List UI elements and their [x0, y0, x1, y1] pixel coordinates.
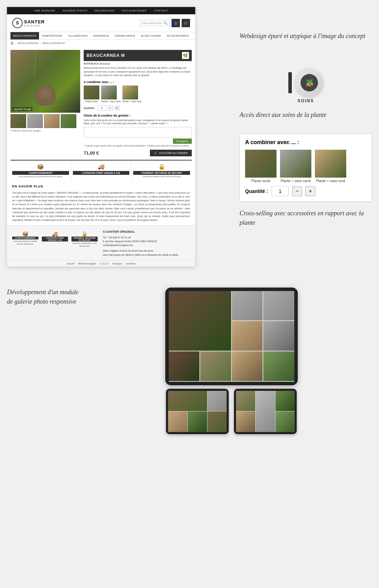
footer-tel: Tel : +33 (0)6 67 05 12 34 [103, 236, 192, 239]
footer-badge-conditionnement: 📦 CONDITIONNEMENT vous garantissons le p… [10, 229, 40, 256]
sc2-5 [275, 411, 295, 432]
footer-livraison-title: LIVRAISON TARIF UNIQUE A 12€ [42, 237, 68, 241]
tablet-small-2 [234, 389, 297, 434]
combine-label-2: Plante + vase carré [101, 100, 121, 103]
gravel-color-input[interactable] [84, 127, 192, 137]
grid-cell-6 [169, 351, 200, 381]
save-gravel-btn[interactable]: Enregistrer [173, 139, 192, 144]
search-bar[interactable]: RECHERCHER 🔍 [140, 20, 170, 26]
tablet-small-screen-1 [168, 391, 227, 432]
nav-decoration[interactable]: DÉCORATION [91, 7, 118, 14]
footer-email: contact@santeroriginal.com [103, 243, 192, 247]
sc-5 [207, 411, 227, 432]
grid-cell-5 [263, 321, 294, 351]
en-savoir-plus-section: EN SAVOIR PLUS Cet arbre est à l'origine… [7, 181, 195, 226]
footer-link-mentions[interactable]: Mentions légales [78, 262, 97, 265]
view-all-images[interactable]: © Afficher toutes les images [10, 129, 80, 132]
thumb-4[interactable] [61, 114, 76, 128]
footer-badge-livraison: 🚚 LIVRAISON TARIF UNIQUE A 12€ [40, 229, 70, 256]
combiner-option-2[interactable]: Plante + vase carré [280, 150, 311, 183]
combine-img-3 [122, 85, 138, 99]
footer-links: Accueil Mentions légales C.G.D.V À propo… [7, 260, 195, 267]
cat-aloe-cosmo[interactable]: ALOE COSMO [138, 32, 164, 39]
combine-img-2 [101, 85, 117, 99]
cart-icon: 🛒 [154, 151, 158, 155]
nav-une-avancee[interactable]: UNE AVANCÉE [31, 7, 59, 14]
grid-cell-2 [232, 291, 263, 321]
logo-name: SANTER [24, 19, 45, 24]
gravel-description: Votre choix s'est porté vers un ensemble… [84, 119, 192, 126]
top-navigation: UNE AVANCÉE GALERIE PHOTO DÉCORATION VOS… [7, 7, 195, 14]
qty-plus-btn[interactable]: + [115, 106, 120, 111]
add-to-cart-btn[interactable]: 🛒 AJOUTER AU PANIER [150, 150, 192, 156]
sc-2 [207, 391, 227, 411]
breadcrumb-beaucarneas[interactable]: BEAUCARNEAS [18, 42, 39, 45]
product-title: BEAUCARNEA M [86, 53, 125, 58]
breadcrumb: 🏠 › BEAUCARNEAS › BEAUCARNEA M [7, 40, 195, 46]
footer-paiement-desc: Verified by MasterCard VISA Securecode [71, 242, 98, 247]
nav-vos-avantages[interactable]: VOS AVANTAGES [118, 7, 150, 14]
soins-annotation-text: Accès direct aux soins de la plante [240, 110, 372, 120]
soins-circle[interactable]: 🪴 [295, 69, 323, 97]
tablet-large-screen [169, 291, 294, 382]
footer-link-accueil[interactable]: Accueil [67, 262, 75, 265]
grid-cell-3 [263, 291, 294, 321]
nav-galerie-photo[interactable]: GALERIE PHOTO [59, 7, 91, 14]
main-product-image[interactable]: Agrandir l'image [10, 50, 80, 113]
footer-conditionnement-desc: vous garantissons le parfait état de vot… [12, 240, 38, 245]
soins-mini-icon[interactable]: 🌿 [182, 52, 189, 59]
qty-plus-large[interactable]: + [305, 186, 315, 196]
site-footer: 📦 CONDITIONNEMENT vous garantissons le p… [7, 225, 195, 260]
thumb-3[interactable] [44, 114, 60, 128]
user-icon-btn[interactable]: 👤 [172, 19, 180, 27]
footer-livraison-icon: 🚚 [42, 231, 68, 237]
badges-row: 📦 CONDITIONNEMENT vous garantissons le p… [10, 160, 192, 181]
footer-conditionnement-title: CONDITIONNEMENT [12, 237, 38, 239]
paiement-title: PAIEMENT SÉCURISÉ 3D SECURE [133, 171, 190, 175]
badge-conditionnement: 📦 CONDITIONNEMENT vous garantissons le p… [10, 161, 71, 181]
sc2-3 [275, 391, 295, 411]
badge-paiement: 🔒 PAIEMENT SÉCURISÉ 3D SECURE Verified b… [131, 161, 192, 181]
thumb-2[interactable] [27, 114, 43, 128]
sc2-2 [256, 391, 275, 432]
cat-beaucarneas[interactable]: BEAUCARNEAS [10, 32, 39, 39]
cat-haworthias[interactable]: HAWORTHIAS [39, 32, 65, 39]
qty-minus-btn[interactable]: − [108, 106, 113, 111]
small-tablets [166, 389, 297, 434]
footer-link-livraison[interactable]: Livraison [126, 262, 136, 265]
quantity-label-large: Quantité : [245, 188, 268, 194]
qty-minus-large[interactable]: − [292, 186, 302, 196]
product-price: 71,00 € [84, 150, 99, 156]
category-navigation: BEAUCARNEAS HAWORTHIAS TILLANDSIAS SINNI… [7, 32, 195, 40]
nav-contact[interactable]: CONTACT [150, 7, 172, 14]
combiner-option-1[interactable]: Plante seule [245, 150, 276, 183]
thumb-1[interactable] [10, 114, 26, 128]
breadcrumb-home-icon[interactable]: 🏠 [10, 42, 14, 45]
combine-plante-vase-rond[interactable]: Plante + vase rond [122, 85, 141, 103]
combiner-img-label-1: Plante seule [245, 179, 276, 183]
cat-tillandsias[interactable]: TILLANDSIAS [65, 32, 91, 39]
quantity-input[interactable] [98, 105, 106, 111]
cart-icon-btn[interactable]: 🛒 [182, 19, 190, 27]
sc2-4 [236, 411, 255, 432]
quantity-input-large[interactable] [271, 186, 289, 196]
footer-link-apropos[interactable]: À propos [113, 262, 122, 265]
conditionnement-title: CONDITIONNEMENT [12, 171, 69, 175]
combine-plante-seule[interactable]: Plante seule [84, 85, 99, 103]
conditionnement-icon: 📦 [12, 163, 69, 170]
footer-link-cgdv[interactable]: C.G.D.V [100, 262, 109, 265]
livraison-title: LIVRAISON TARIF UNIQUE A 12€ [73, 171, 130, 175]
gravel-title: Choix de la couleur du gravier : [84, 114, 192, 117]
combine-plante-vase-carre[interactable]: Plante + vase carré [101, 85, 121, 103]
thumbnail-row [10, 114, 80, 128]
cat-sansevieria[interactable]: SANSEVIERIA [112, 32, 138, 39]
annotation-crossselling: Cross-selling avec accessoires en rappor… [240, 209, 372, 228]
combiner-img-label-3: Plante + vase rond [315, 179, 346, 183]
cat-sinningia[interactable]: SINNINGIA [90, 32, 112, 39]
badge-livraison: 🚚 LIVRAISON TARIF UNIQUE A 12€ [71, 161, 132, 181]
agrandir-label[interactable]: Agrandir l'image [12, 107, 32, 111]
combiner-option-3[interactable]: Plante + vase rond [315, 150, 346, 183]
footer-badge-paiement: 🔒 PAIEMENT SÉCURISÉ 3D SECURE Verified b… [70, 229, 99, 256]
cat-accessoires[interactable]: ACCESSOIRES [164, 32, 191, 39]
footer-hours: Notre magasin d'Uzès est ouvert tous les… [103, 249, 192, 253]
